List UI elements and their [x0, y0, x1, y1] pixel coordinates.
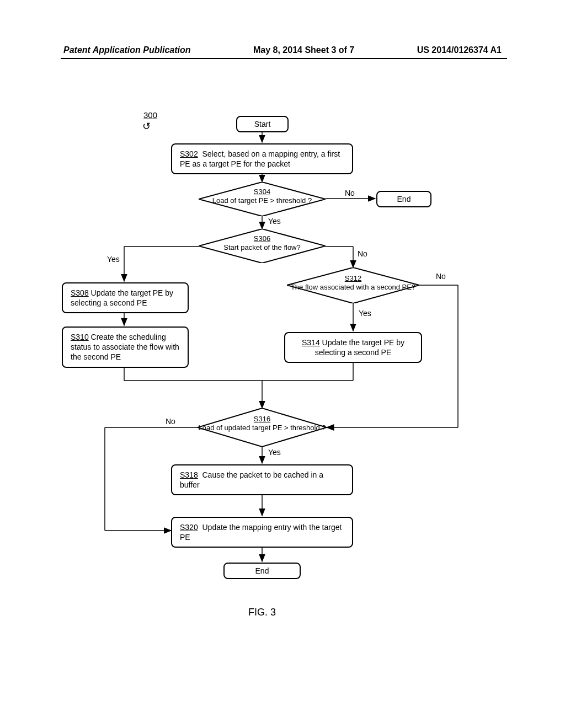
- step-id: S304: [254, 188, 270, 196]
- header-divider: [61, 58, 507, 59]
- flowchart-diagram: 300 ↺ Start S302 Select, based on a mapp…: [0, 99, 565, 651]
- terminal-start: Start: [236, 116, 289, 132]
- step-s308: S308 Update the target PE by selecting a…: [62, 282, 189, 313]
- step-id: S314: [302, 338, 320, 347]
- terminal-end-label: End: [255, 566, 269, 575]
- decision-s306: S306 Start packet of the flow?: [199, 229, 326, 263]
- step-id: S310: [71, 333, 89, 341]
- edge-label-yes: Yes: [268, 217, 281, 226]
- edge-label-yes: Yes: [268, 448, 281, 457]
- header-pub-number: US 2014/0126374 A1: [417, 45, 502, 55]
- figure-reference-number: 300: [143, 110, 157, 120]
- step-s310: S310 Create the scheduling status to ass…: [62, 326, 189, 368]
- step-text: Update the target PE by selecting a seco…: [315, 338, 404, 357]
- header-publication: Patent Application Publication: [63, 45, 191, 55]
- step-id: S312: [345, 274, 361, 282]
- decision-s316: S316 Load of updated target PE > thresho…: [198, 408, 327, 447]
- step-text: Load of updated target PE > threshold ?: [199, 424, 326, 432]
- step-id: S306: [254, 234, 270, 243]
- step-s320: S320 Update the mapping entry with the t…: [171, 517, 353, 548]
- terminal-start-label: Start: [254, 120, 271, 129]
- edge-label-no: No: [436, 272, 446, 281]
- figure-caption: FIG. 3: [248, 607, 276, 618]
- decision-s312: S312 The flow associated with a second P…: [287, 267, 419, 303]
- step-text: Start packet of the flow?: [223, 243, 300, 251]
- step-id: S316: [254, 415, 270, 423]
- edge-label-yes: Yes: [107, 255, 120, 264]
- step-text: The flow associated with a second PE?: [291, 283, 415, 291]
- terminal-end-label: End: [397, 195, 411, 204]
- step-s314: S314 Update the target PE by selecting a…: [284, 332, 422, 363]
- decision-s304: S304 Load of target PE > threshold ?: [199, 182, 326, 216]
- edge-label-yes: Yes: [359, 309, 371, 318]
- step-id: S320: [180, 523, 198, 532]
- step-s302: S302 Select, based on a mapping entry, a…: [171, 143, 353, 174]
- terminal-end-1: End: [376, 191, 431, 207]
- step-text: Select, based on a mapping entry, a firs…: [180, 149, 340, 168]
- reference-arrow-icon: ↺: [142, 120, 151, 132]
- step-id: S302: [180, 149, 198, 158]
- step-text: Cause the packet to be cached in a buffe…: [180, 470, 323, 489]
- step-s318: S318 Cause the packet to be cached in a …: [171, 464, 353, 495]
- edge-label-no: No: [166, 417, 175, 426]
- edge-label-no: No: [345, 189, 355, 197]
- step-id: S308: [71, 288, 89, 297]
- step-id: S318: [180, 470, 198, 479]
- header-date-sheet: May 8, 2014 Sheet 3 of 7: [253, 45, 354, 55]
- page-header: Patent Application Publication May 8, 20…: [0, 45, 565, 55]
- edge-label-no: No: [358, 249, 367, 258]
- step-text: Load of target PE > threshold ?: [212, 196, 312, 205]
- step-text: Update the mapping entry with the target…: [180, 523, 342, 542]
- terminal-end-2: End: [223, 563, 301, 579]
